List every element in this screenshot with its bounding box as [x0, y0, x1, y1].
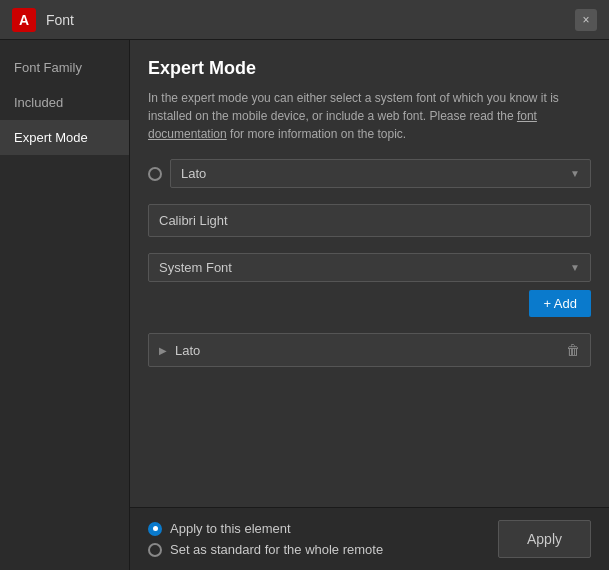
- font-input-area: [148, 204, 591, 245]
- sidebar: Font Family Included Expert Mode: [0, 40, 130, 570]
- expand-arrow-icon[interactable]: ▶: [159, 345, 167, 356]
- font-name-input[interactable]: [148, 204, 591, 237]
- description-text-2: for more information on the topic.: [227, 127, 406, 141]
- apply-element-row: Apply to this element: [148, 521, 383, 536]
- main-content: Expert Mode In the expert mode you can e…: [130, 40, 609, 507]
- delete-font-icon[interactable]: 🗑: [566, 342, 580, 358]
- description-text-1: In the expert mode you can either select…: [148, 91, 559, 123]
- set-standard-row: Set as standard for the whole remote: [148, 542, 383, 557]
- system-font-row: System Font ▼: [148, 253, 591, 282]
- font-entry-name: Lato: [175, 343, 558, 358]
- app-icon: A: [12, 8, 36, 32]
- apply-element-radio[interactable]: [148, 522, 162, 536]
- font-dropdown-arrow: ▼: [570, 168, 580, 179]
- sidebar-item-included[interactable]: Included: [0, 85, 129, 120]
- font-dialog: A Font × Font Family Included Expert Mod…: [0, 0, 609, 570]
- add-button[interactable]: + Add: [529, 290, 591, 317]
- dialog-title: Font: [46, 12, 575, 28]
- title-bar: A Font ×: [0, 0, 609, 40]
- section-title: Expert Mode: [148, 58, 591, 79]
- apply-button[interactable]: Apply: [498, 520, 591, 558]
- main-panel: Expert Mode In the expert mode you can e…: [130, 40, 609, 570]
- sidebar-item-expert-mode[interactable]: Expert Mode: [0, 120, 129, 155]
- description: In the expert mode you can either select…: [148, 89, 591, 143]
- font-entry-lato: ▶ Lato 🗑: [148, 333, 591, 367]
- system-font-arrow: ▼: [570, 262, 580, 273]
- footer-options: Apply to this element Set as standard fo…: [148, 521, 383, 557]
- set-standard-label: Set as standard for the whole remote: [170, 542, 383, 557]
- set-standard-radio[interactable]: [148, 543, 162, 557]
- dialog-body: Font Family Included Expert Mode Expert …: [0, 40, 609, 570]
- font-radio-button[interactable]: [148, 167, 162, 181]
- system-font-value: System Font: [159, 260, 232, 275]
- close-button[interactable]: ×: [575, 9, 597, 31]
- sidebar-item-font-family[interactable]: Font Family: [0, 50, 129, 85]
- font-dropdown[interactable]: Lato ▼: [170, 159, 591, 188]
- add-button-row: + Add: [148, 290, 591, 325]
- system-font-dropdown[interactable]: System Font ▼: [148, 253, 591, 282]
- font-section: System Font ▼ + Add ▶ Lato 🗑: [148, 204, 591, 367]
- footer: Apply to this element Set as standard fo…: [130, 507, 609, 570]
- font-radio-row: Lato ▼: [148, 159, 591, 188]
- apply-element-label: Apply to this element: [170, 521, 291, 536]
- font-dropdown-value: Lato: [181, 166, 206, 181]
